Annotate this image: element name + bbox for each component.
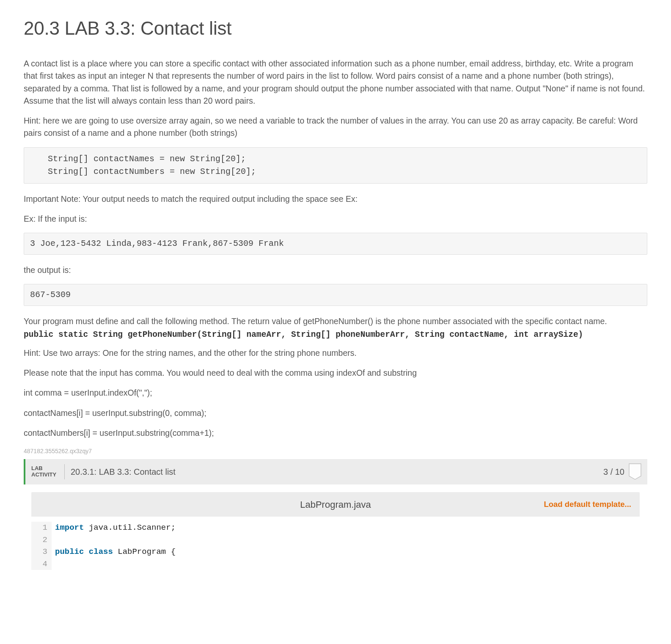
code-text <box>52 534 55 546</box>
load-default-template-link[interactable]: Load default template... <box>544 498 631 510</box>
note-comma: Please note that the input has comma. Yo… <box>24 367 647 379</box>
code-line: 1import java.util.Scanner; <box>31 522 640 534</box>
code-text: import java.util.Scanner; <box>52 522 176 534</box>
divider <box>64 464 65 479</box>
method-signature: public static String getPhoneNumber(Stri… <box>24 330 583 339</box>
code-text: public class LabProgram { <box>52 546 176 558</box>
content-id: 487182.3555262.qx3zqy7 <box>24 447 647 456</box>
code-array-decl: String[] contactNames = new String[20]; … <box>24 147 647 184</box>
lab-title: 20.3.1: LAB 3.3: Contact list <box>71 465 603 478</box>
lab-activity-header: LAB ACTIVITY 20.3.1: LAB 3.3: Contact li… <box>24 459 647 484</box>
page-title: 20.3 LAB 3.3: Contact list <box>24 14 647 42</box>
important-note: Important Note: Your output needs to mat… <box>24 193 647 205</box>
lab-score: 3 / 10 <box>603 465 624 478</box>
code-line: 4 <box>31 558 640 570</box>
code-line: 3public class LabProgram { <box>31 546 640 558</box>
line-number: 2 <box>31 534 52 546</box>
code-text <box>52 558 55 570</box>
code-snip-3: contactNumbers[i] = userInput.substring(… <box>24 427 647 439</box>
line-number: 1 <box>31 522 52 534</box>
code-editor-panel: LabProgram.java Load default template...… <box>24 484 647 570</box>
line-number: 4 <box>31 558 52 570</box>
example-input-code: 3 Joe,123-5432 Linda,983-4123 Frank,867-… <box>24 233 647 255</box>
bookmark-badge-icon <box>629 463 641 480</box>
lab-tag: LAB ACTIVITY <box>31 465 61 478</box>
example-input-label: Ex: If the input is: <box>24 213 647 225</box>
code-editor[interactable]: 1import java.util.Scanner;23public class… <box>31 517 640 570</box>
method-desc-block: Your program must define and call the fo… <box>24 315 647 341</box>
example-output-code: 867-5309 <box>24 284 647 306</box>
code-snip-1: int comma = userInput.indexOf(","); <box>24 387 647 399</box>
line-number: 3 <box>31 546 52 558</box>
hint-two-arrays: Hint: Use two arrays: One for the string… <box>24 347 647 359</box>
method-desc: Your program must define and call the fo… <box>24 316 607 326</box>
intro-paragraph: A contact list is a place where you can … <box>24 58 647 107</box>
output-label: the output is: <box>24 264 647 276</box>
hint-bold: Hint: here we are going to use oversize … <box>24 115 647 140</box>
code-line: 2 <box>31 534 640 546</box>
code-snip-2: contactNames[i] = userInput.substring(0,… <box>24 407 647 419</box>
editor-header: LabProgram.java Load default template... <box>31 492 640 517</box>
